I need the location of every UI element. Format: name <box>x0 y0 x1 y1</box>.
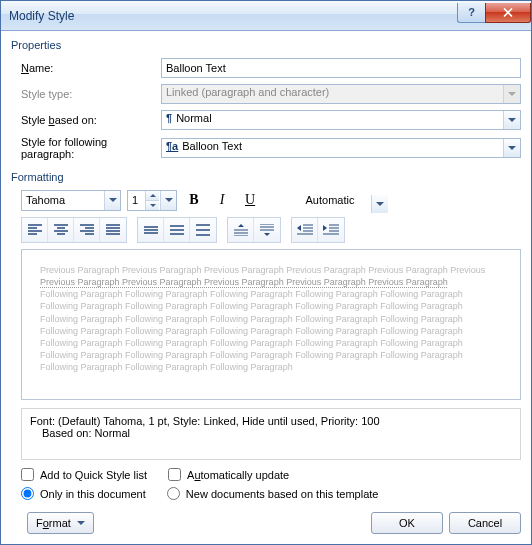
chevron-down-icon[interactable] <box>503 139 520 157</box>
name-label: Name: <box>11 62 161 74</box>
italic-button[interactable]: I <box>211 189 233 211</box>
following-paragraph-label: Style for following paragraph: <box>11 136 161 160</box>
chevron-down-icon[interactable] <box>371 195 388 213</box>
style-type-select: Linked (paragraph and character) <box>161 84 521 104</box>
window-title: Modify Style <box>9 9 457 23</box>
quick-style-checkbox[interactable]: Add to Quick Style list <box>21 468 147 481</box>
chevron-up-icon <box>150 194 156 197</box>
chevron-down-icon <box>503 85 520 103</box>
line-spacing-1-5-button[interactable] <box>164 218 190 242</box>
paragraph-icon: ¶ <box>166 112 172 124</box>
based-on-label: Style based on: <box>11 114 161 126</box>
close-icon <box>503 8 513 17</box>
align-center-button[interactable] <box>48 218 74 242</box>
align-right-icon <box>80 224 94 236</box>
size-up-button[interactable] <box>145 191 159 200</box>
modify-style-dialog: Modify Style ? Properties Name: Style ty… <box>0 0 532 545</box>
properties-group-label: Properties <box>11 39 521 51</box>
spacing-loose-icon <box>196 224 210 236</box>
space-before-inc-button[interactable] <box>228 218 254 242</box>
align-center-icon <box>54 224 68 236</box>
space-before-dec-button[interactable] <box>254 218 280 242</box>
chevron-down-icon <box>150 204 156 207</box>
line-spacing-2-button[interactable] <box>190 218 216 242</box>
increase-indent-button[interactable] <box>318 218 344 242</box>
style-description: Font: (Default) Tahoma, 1 pt, Style: Lin… <box>21 408 521 460</box>
bold-button[interactable]: B <box>183 189 205 211</box>
close-button[interactable] <box>485 3 531 23</box>
ok-button[interactable]: OK <box>371 512 443 534</box>
formatting-group-label: Formatting <box>11 171 521 183</box>
format-button[interactable]: Format <box>27 512 94 534</box>
align-left-icon <box>28 224 42 236</box>
chevron-down-icon <box>77 521 85 525</box>
style-type-label: Style type: <box>11 88 161 100</box>
following-paragraph-select[interactable]: ¶aBalloon Text <box>161 138 521 158</box>
spacing-tight-icon <box>144 224 158 236</box>
cancel-button[interactable]: Cancel <box>449 512 521 534</box>
titlebar: Modify Style ? <box>1 1 531 31</box>
align-left-button[interactable] <box>22 218 48 242</box>
align-right-button[interactable] <box>74 218 100 242</box>
auto-update-checkbox[interactable]: Automatically update <box>168 468 289 481</box>
para-space-down-icon <box>260 224 274 236</box>
name-input[interactable] <box>161 58 521 78</box>
only-this-document-radio[interactable]: Only in this document <box>21 487 146 500</box>
chevron-down-icon[interactable] <box>104 191 120 210</box>
spacing-medium-icon <box>170 224 184 236</box>
line-spacing-1-button[interactable] <box>138 218 164 242</box>
new-documents-radio[interactable]: New documents based on this template <box>167 487 379 500</box>
decrease-indent-button[interactable] <box>292 218 318 242</box>
underline-button[interactable]: U <box>239 189 261 211</box>
indent-icon <box>323 224 339 236</box>
chevron-down-icon[interactable] <box>503 111 520 129</box>
outdent-icon <box>297 224 313 236</box>
size-down-button[interactable] <box>145 200 159 210</box>
help-button[interactable]: ? <box>457 3 485 23</box>
align-justify-icon <box>106 224 120 236</box>
based-on-select[interactable]: ¶Normal <box>161 110 521 130</box>
style-preview: Previous Paragraph Previous Paragraph Pr… <box>21 249 521 400</box>
chevron-down-icon[interactable] <box>160 191 176 210</box>
align-justify-button[interactable] <box>100 218 126 242</box>
paragraph-char-icon: ¶a <box>166 140 178 152</box>
para-space-up-icon <box>234 224 248 236</box>
